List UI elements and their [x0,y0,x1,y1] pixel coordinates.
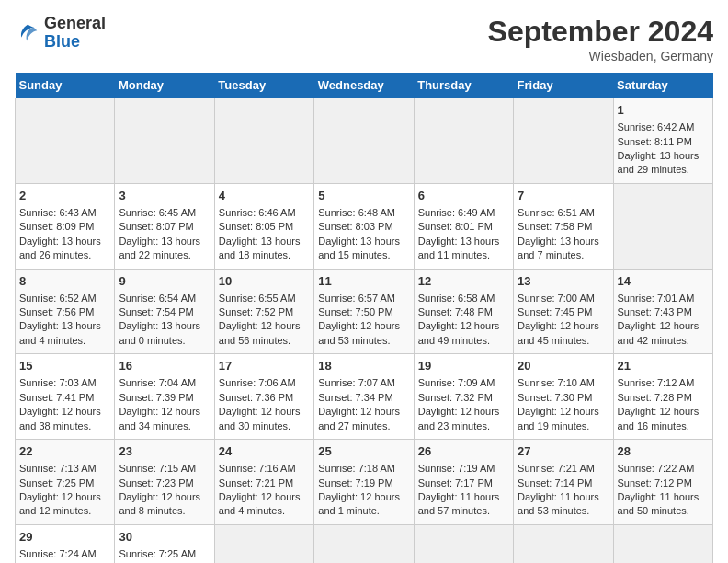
sunset: Sunset: 7:56 PM [19,306,94,317]
daylight: Daylight: 11 hours and 57 minutes. [418,491,500,516]
day-number: 1 [618,102,709,119]
sunrise: Sunrise: 7:12 AM [618,377,695,388]
sunrise: Sunrise: 7:18 AM [318,463,395,474]
page-header: General Blue September 2024 Wiesbaden, G… [15,15,713,63]
calendar-cell [613,524,712,563]
sunrise: Sunrise: 7:16 AM [219,463,296,474]
day-number: 16 [119,358,210,374]
sunset: Sunset: 8:01 PM [418,221,493,232]
logo-icon [15,20,40,46]
calendar-cell: 22 Sunrise: 7:13 AM Sunset: 7:25 PM Dayl… [16,440,115,525]
day-number: 6 [418,188,509,204]
daylight: Daylight: 12 hours and 42 minutes. [618,320,700,345]
sunset: Sunset: 7:14 PM [518,477,592,488]
calendar-cell [613,183,712,269]
day-number: 17 [219,358,310,374]
calendar-cell: 13 Sunrise: 7:00 AM Sunset: 7:45 PM Dayl… [514,269,613,354]
location: Wiesbaden, Germany [488,49,713,63]
daylight: Daylight: 12 hours and 19 minutes. [518,406,599,431]
calendar-cell: 8 Sunrise: 6:52 AM Sunset: 7:56 PM Dayli… [16,269,115,354]
calendar-cell: 28 Sunrise: 7:22 AM Sunset: 7:12 PM Dayl… [613,440,712,525]
daylight: Daylight: 12 hours and 16 minutes. [618,406,700,431]
empty-cell [414,98,513,184]
calendar-cell: 7 Sunrise: 6:51 AM Sunset: 7:58 PM Dayli… [514,183,613,269]
sunset: Sunset: 7:23 PM [119,477,193,488]
sunrise: Sunrise: 6:46 AM [219,207,296,218]
sunrise: Sunrise: 7:03 AM [19,377,97,388]
calendar-cell: 10 Sunrise: 6:55 AM Sunset: 7:52 PM Dayl… [214,269,313,354]
sunrise: Sunrise: 7:19 AM [418,463,495,474]
sunrise: Sunrise: 6:55 AM [219,293,296,304]
daylight: Daylight: 12 hours and 49 minutes. [418,320,500,345]
day-number: 30 [119,529,210,546]
day-number: 10 [219,273,310,290]
header-sunday: Sunday [16,73,115,98]
sunset: Sunset: 8:03 PM [318,221,392,232]
sunset: Sunset: 8:11 PM [618,136,692,147]
daylight: Daylight: 13 hours and 18 minutes. [219,236,301,260]
daylight: Daylight: 12 hours and 1 minute. [318,491,400,516]
day-number: 21 [618,358,709,374]
calendar-cell: 21 Sunrise: 7:12 AM Sunset: 7:28 PM Dayl… [613,354,712,440]
sunset: Sunset: 7:54 PM [119,306,193,317]
sunset: Sunset: 8:09 PM [19,221,94,232]
daylight: Daylight: 12 hours and 30 minutes. [219,406,301,431]
sunset: Sunset: 7:34 PM [318,392,392,403]
calendar-cell: 12 Sunrise: 6:58 AM Sunset: 7:48 PM Dayl… [414,269,513,354]
sunrise: Sunrise: 7:21 AM [518,463,595,474]
month-title: September 2024 [488,15,713,49]
header-tuesday: Tuesday [214,73,313,98]
daylight: Daylight: 13 hours and 29 minutes. [618,150,700,175]
calendar-cell: 2 Sunrise: 6:43 AM Sunset: 8:09 PM Dayli… [16,183,115,269]
calendar-cell: 5 Sunrise: 6:48 AM Sunset: 8:03 PM Dayli… [314,183,414,269]
day-number: 23 [119,443,210,460]
calendar-cell: 23 Sunrise: 7:15 AM Sunset: 7:23 PM Dayl… [115,440,214,525]
day-number: 15 [19,358,110,374]
sunrise: Sunrise: 6:45 AM [119,207,196,218]
calendar-cell [414,524,513,563]
sunrise: Sunrise: 7:15 AM [119,463,196,474]
empty-cell [115,98,214,184]
sunset: Sunset: 7:39 PM [119,392,193,403]
daylight: Daylight: 11 hours and 50 minutes. [618,491,700,516]
calendar-row: 1 Sunrise: 6:42 AM Sunset: 8:11 PM Dayli… [16,98,713,184]
sunset: Sunset: 7:52 PM [219,306,293,317]
sunrise: Sunrise: 6:42 AM [618,121,695,132]
calendar-cell: 29 Sunrise: 7:24 AM Sunset: 7:10 PM Dayl… [16,524,115,563]
daylight: Daylight: 12 hours and 38 minutes. [19,406,101,431]
calendar-row: 22 Sunrise: 7:13 AM Sunset: 7:25 PM Dayl… [16,440,713,525]
daylight: Daylight: 12 hours and 53 minutes. [318,320,400,345]
day-number: 25 [318,443,409,460]
day-number: 9 [119,273,210,290]
sunset: Sunset: 7:45 PM [518,306,592,317]
header-thursday: Thursday [414,73,513,98]
empty-cell [16,98,115,184]
daylight: Daylight: 11 hours and 53 minutes. [518,491,599,516]
daylight: Daylight: 12 hours and 45 minutes. [518,320,599,345]
day-number: 28 [618,443,709,460]
empty-cell [514,98,613,184]
day-number: 20 [518,358,609,374]
sunset: Sunset: 7:58 PM [518,221,592,232]
daylight: Daylight: 13 hours and 11 minutes. [418,236,500,260]
sunrise: Sunrise: 6:49 AM [418,207,495,218]
day-number: 13 [518,273,609,290]
calendar-cell: 11 Sunrise: 6:57 AM Sunset: 7:50 PM Dayl… [314,269,414,354]
day-number: 18 [318,358,409,374]
calendar-table: SundayMondayTuesdayWednesdayThursdayFrid… [15,73,713,563]
header-wednesday: Wednesday [314,73,414,98]
daylight: Daylight: 13 hours and 26 minutes. [19,236,101,260]
calendar-cell: 9 Sunrise: 6:54 AM Sunset: 7:54 PM Dayli… [115,269,214,354]
sunrise: Sunrise: 7:06 AM [219,377,296,388]
sunrise: Sunrise: 7:10 AM [518,377,595,388]
header-monday: Monday [115,73,214,98]
calendar-cell: 25 Sunrise: 7:18 AM Sunset: 7:19 PM Dayl… [314,440,414,525]
logo: General Blue [15,15,106,52]
sunset: Sunset: 7:19 PM [318,477,392,488]
header-friday: Friday [514,73,613,98]
calendar-cell: 20 Sunrise: 7:10 AM Sunset: 7:30 PM Dayl… [514,354,613,440]
daylight: Daylight: 13 hours and 0 minutes. [119,320,200,345]
day-number: 14 [618,273,709,290]
empty-cell [214,98,313,184]
logo-text: General Blue [44,15,106,52]
